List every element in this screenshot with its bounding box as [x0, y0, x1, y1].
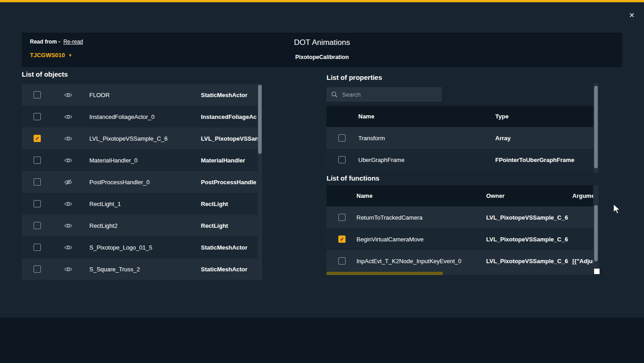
function-owner: LVL_PixotopeVSSample_C_6 [486, 214, 572, 221]
column-header-owner: Owner [486, 192, 572, 199]
property-row[interactable]: TransformArray [327, 127, 593, 149]
top-accent-bar [0, 0, 644, 2]
object-name: S_Square_Truss_2 [89, 266, 201, 273]
object-name: PostProcessHandler_0 [89, 179, 201, 186]
object-name: LVL_PixotopeVSSample_C_6 [89, 135, 201, 142]
object-row[interactable]: S_Pixotope_Logo_01_5StaticMeshActor [22, 236, 258, 258]
object-row[interactable]: MaterialHandler_0MaterialHandler [22, 149, 258, 171]
search-input[interactable] [342, 91, 437, 98]
row-checkbox[interactable] [338, 134, 346, 142]
row-checkbox[interactable] [34, 265, 41, 273]
object-type: RectLight [201, 201, 258, 207]
visibility-eye-icon[interactable] [64, 91, 73, 99]
dialog-header: Read from -Re-read TJCGWS010 ▼ DOT Anima… [22, 33, 622, 67]
row-checkbox[interactable] [338, 257, 346, 265]
function-row[interactable]: BeginVirtualCameraMoveLVL_PixotopeVSSamp… [327, 228, 593, 250]
scrollbar-corner [594, 269, 600, 274]
object-type: LVL_PixotopeVSSan [201, 135, 258, 142]
property-type: FPointerToUberGraphFrame [495, 157, 593, 163]
functions-hscrollbar-thumb[interactable] [327, 272, 443, 275]
object-row[interactable]: LVL_PixotopeVSSample_C_6LVL_PixotopeVSSa… [22, 128, 258, 149]
properties-scrollbar-thumb[interactable] [594, 86, 598, 168]
properties-table: Name Type TransformArrayUberGraphFrameFP… [327, 106, 593, 171]
object-name: FLOOR [89, 92, 201, 98]
mouse-cursor [613, 204, 621, 215]
functions-table-header: Name Owner Argume [327, 185, 593, 206]
dialog-title-block: DOT Animations PixotopeCalibration [22, 38, 622, 60]
object-type: StaticMeshActor [201, 92, 258, 98]
objects-table: FLOORStaticMeshActorInstancedFoliageActo… [22, 84, 262, 280]
object-row[interactable]: S_Square_Truss_2StaticMeshActor [22, 258, 258, 280]
properties-scrollbar[interactable] [593, 83, 599, 173]
functions-scrollbar-thumb[interactable] [594, 205, 598, 261]
visibility-eye-icon[interactable] [64, 244, 73, 251]
row-checkbox[interactable] [338, 156, 346, 163]
object-name: RectLight_1 [89, 201, 201, 207]
row-checkbox[interactable] [34, 178, 41, 186]
dialog-screen: { "window": { "close_label": "×" }, "hea… [0, 0, 644, 363]
row-checkbox[interactable] [34, 244, 41, 251]
object-type: MaterialHandler [201, 157, 258, 164]
visibility-eye-icon[interactable] [64, 113, 73, 121]
property-name: UberGraphFrame [358, 157, 495, 163]
function-row[interactable]: ReturnToTrackedCameraLVL_PixotopeVSSampl… [327, 206, 593, 228]
object-name: InstancedFoliageActor_0 [89, 113, 201, 120]
functions-panel-title: List of functions [327, 174, 380, 182]
visibility-eye-icon[interactable] [64, 135, 73, 142]
page-subtitle: PixotopeCalibration [22, 54, 622, 60]
properties-panel-title: List of properties [327, 74, 382, 81]
object-row[interactable]: RectLight_1RectLight [22, 193, 258, 215]
visibility-eye-icon[interactable] [64, 222, 73, 230]
search-icon [331, 91, 338, 98]
page-title: DOT Animations [22, 38, 622, 47]
visibility-eye-off-icon[interactable] [64, 178, 73, 186]
object-type: StaticMeshActor [201, 266, 258, 273]
function-name: BeginVirtualCameraMove [356, 236, 486, 243]
object-name: S_Pixotope_Logo_01_5 [89, 244, 201, 251]
row-checkbox[interactable] [34, 113, 41, 120]
function-owner: LVL_PixotopeVSSample_C_6 [486, 258, 572, 265]
search-box [327, 87, 442, 102]
object-row[interactable]: RectLight2RectLight [22, 215, 258, 236]
function-arguments: [{"Adjus [572, 258, 593, 265]
object-row[interactable]: InstancedFoliageActor_0InstancedFoliageA… [22, 106, 258, 128]
visibility-eye-icon[interactable] [64, 157, 73, 164]
function-name: InpActEvt_T_K2Node_InputKeyEvent_0 [356, 258, 486, 265]
function-owner: LVL_PixotopeVSSample_C_6 [486, 236, 572, 243]
object-type: InstancedFoliageAc [201, 113, 258, 120]
row-checkbox[interactable] [338, 235, 346, 243]
row-checkbox[interactable] [34, 200, 41, 207]
functions-scrollbar[interactable] [593, 185, 599, 272]
functions-hscrollbar[interactable] [327, 272, 593, 275]
row-checkbox[interactable] [34, 157, 41, 164]
dialog-footer: Cancel Select [0, 318, 644, 363]
column-header-name: Name [358, 113, 495, 120]
row-checkbox[interactable] [34, 91, 41, 98]
column-header-type: Type [495, 113, 508, 120]
visibility-eye-icon[interactable] [64, 265, 73, 273]
column-header-arguments: Argume [572, 192, 593, 199]
property-name: Transform [358, 135, 495, 142]
object-type: PostProcessHandle [201, 179, 258, 186]
function-name: ReturnToTrackedCamera [356, 214, 486, 221]
property-row[interactable]: UberGraphFrameFPointerToUberGraphFrame [327, 149, 593, 171]
row-checkbox[interactable] [34, 135, 41, 142]
function-row[interactable]: InpActEvt_T_K2Node_InputKeyEvent_0LVL_Pi… [327, 250, 593, 272]
object-row[interactable]: FLOORStaticMeshActor [22, 84, 258, 106]
property-type: Array [495, 135, 593, 142]
object-row[interactable]: PostProcessHandler_0PostProcessHandle [22, 171, 258, 193]
object-name: RectLight2 [89, 222, 201, 229]
objects-scrollbar[interactable] [258, 84, 262, 280]
row-checkbox[interactable] [338, 214, 346, 221]
visibility-eye-icon[interactable] [64, 200, 73, 208]
close-icon[interactable]: × [626, 9, 638, 21]
functions-table: Name Owner Argume ReturnToTrackedCameraL… [327, 185, 593, 272]
objects-scrollbar-thumb[interactable] [258, 85, 262, 154]
object-type: RectLight [201, 222, 258, 229]
properties-table-header: Name Type [327, 106, 593, 127]
column-header-name: Name [356, 192, 486, 199]
objects-panel-title: List of objects [22, 70, 68, 78]
object-name: MaterialHandler_0 [89, 157, 201, 164]
object-type: StaticMeshActor [201, 244, 258, 251]
row-checkbox[interactable] [34, 222, 41, 229]
